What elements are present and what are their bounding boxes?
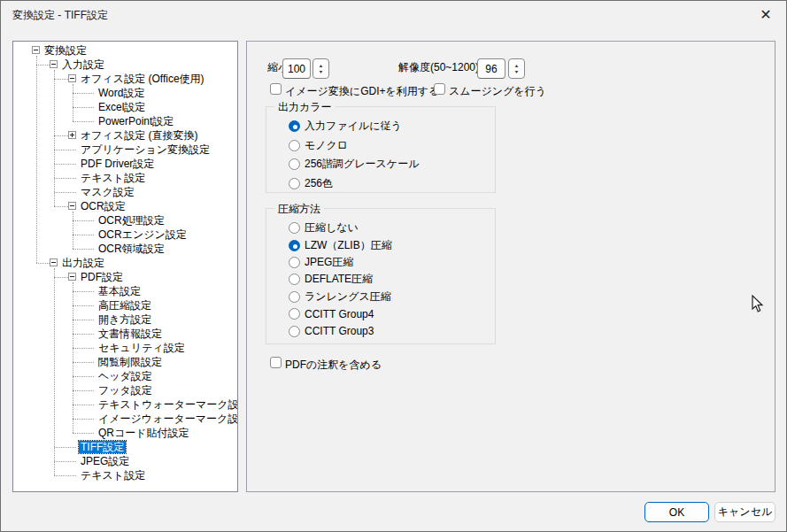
tree-connector <box>73 419 94 420</box>
close-button[interactable]: ✕ <box>745 1 786 28</box>
tree-connector <box>36 65 50 66</box>
collapse-icon[interactable] <box>68 202 76 210</box>
titlebar[interactable]: 変換設定 - TIFF設定 ✕ <box>1 1 786 28</box>
tree-item-label[interactable]: フッタ設定 <box>96 384 154 397</box>
radio-option[interactable]: ランレングス圧縮 <box>266 289 495 305</box>
tree-item-label[interactable]: PowerPoint設定 <box>96 115 175 127</box>
pdf-annotations-checkbox-label[interactable]: PDFの注釈を含める <box>285 358 382 373</box>
spin-up-icon[interactable]: ▲ <box>319 63 324 68</box>
collapse-icon[interactable] <box>68 74 76 82</box>
resolution-label: 解像度(50~1200) <box>398 60 479 75</box>
tree-item-label[interactable]: OCR領域設定 <box>96 243 166 255</box>
tree-item-label[interactable]: OCRエンジン設定 <box>96 228 189 241</box>
tree-item-label[interactable]: 変換設定 <box>42 44 89 57</box>
tree-item-label[interactable]: 閲覧制限設定 <box>96 356 164 368</box>
radio-selected-icon[interactable] <box>289 120 300 132</box>
radio-icon[interactable] <box>289 308 300 320</box>
tree-item-label[interactable]: オフィス設定 (直接変換) <box>79 129 199 142</box>
tree-item-label[interactable]: JPEG設定 <box>79 455 131 467</box>
scale-input[interactable]: 100 <box>282 58 311 79</box>
tree-item-label[interactable]: 文書情報設定 <box>96 328 164 340</box>
tree-connector <box>54 79 68 80</box>
tree-connector <box>73 212 73 249</box>
tree-connector <box>54 475 76 476</box>
tree-connector <box>73 121 94 122</box>
tree-item-label[interactable]: 出力設定 <box>60 257 106 269</box>
radio-option[interactable]: LZW（ZLIB）圧縮 <box>266 236 495 253</box>
collapse-icon[interactable] <box>50 258 58 266</box>
ok-button[interactable]: OK <box>644 502 709 522</box>
tree-connector <box>73 235 94 235</box>
tree-item-label[interactable]: ヘッダ設定 <box>96 370 154 382</box>
radio-label: CCITT Group4 <box>305 308 374 320</box>
radio-option[interactable]: JPEG圧縮 <box>266 254 495 271</box>
tree-connector <box>73 305 94 306</box>
radio-option[interactable]: DEFLATE圧縮 <box>266 271 495 288</box>
radio-label: ランレングス圧縮 <box>305 289 391 305</box>
collapse-icon[interactable] <box>50 60 58 68</box>
radio-option[interactable]: 256色 <box>266 174 495 194</box>
tree-item-label[interactable]: 基本設定 <box>96 285 143 297</box>
expand-icon[interactable] <box>68 131 76 139</box>
tree-item-label[interactable]: オフィス設定 (Office使用) <box>79 73 206 85</box>
gdi-checkbox[interactable] <box>270 83 282 95</box>
radio-icon[interactable] <box>289 274 300 285</box>
pdf-annotations-checkbox[interactable] <box>270 357 282 368</box>
radio-icon[interactable] <box>289 140 300 151</box>
radio-option[interactable]: 圧縮しない <box>266 220 495 236</box>
collapse-icon[interactable] <box>32 46 40 54</box>
collapse-icon[interactable] <box>68 273 76 281</box>
radio-icon[interactable] <box>289 326 300 337</box>
tree-item-label[interactable]: Word設定 <box>96 87 146 99</box>
radio-icon[interactable] <box>289 291 300 303</box>
tree-item-label[interactable]: テキスト設定 <box>79 172 147 184</box>
tree-item-label[interactable]: イメージウォーターマーク設定 <box>96 412 238 425</box>
tree-item-label[interactable]: Excel設定 <box>96 101 147 113</box>
tree-item-label[interactable]: 高圧縮設定 <box>96 299 153 312</box>
tree-item-label[interactable]: OCR処理設定 <box>96 214 166 227</box>
spin-down-icon[interactable]: ▼ <box>514 69 520 74</box>
tree-item-label[interactable]: テキストウォーターマーク設定 <box>96 398 238 411</box>
radio-option[interactable]: CCITT Group4 <box>266 305 495 322</box>
cancel-button[interactable]: キャンセル <box>714 502 775 522</box>
radio-option[interactable]: CCITT Group3 <box>266 322 495 339</box>
tree-item-label[interactable]: マスク設定 <box>79 186 136 198</box>
tree-item-selected[interactable]: TIFF設定 <box>79 441 126 453</box>
tree-item-label[interactable]: PDF Driver設定 <box>79 158 156 170</box>
resolution-stepper[interactable]: ▲ ▼ <box>508 58 525 79</box>
smoothing-checkbox-label[interactable]: スムージングを行う <box>449 84 546 99</box>
gdi-checkbox-label[interactable]: イメージ変換にGDI+を利用する <box>285 84 439 99</box>
radio-option[interactable]: 入力ファイルに従う <box>266 117 495 136</box>
scale-stepper[interactable]: ▲ ▼ <box>312 58 329 79</box>
spin-up-icon[interactable]: ▲ <box>514 63 520 68</box>
radio-option[interactable]: モノクロ <box>266 136 495 156</box>
tree-connector <box>73 107 94 108</box>
tree-item-label[interactable]: 入力設定 <box>60 58 106 71</box>
close-icon: ✕ <box>760 8 771 22</box>
tree-item-label[interactable]: セキュリティ設定 <box>96 342 187 354</box>
tree-connector <box>54 192 76 193</box>
tree-item-label[interactable]: OCR設定 <box>79 200 127 212</box>
radio-icon[interactable] <box>289 222 300 234</box>
settings-tree[interactable]: 変換設定入力設定オフィス設定 (Office使用)Word設定Excel設定Po… <box>12 41 238 492</box>
tree-connector <box>54 206 68 207</box>
radio-option[interactable]: 256諧調グレースケール <box>266 155 495 174</box>
radio-icon[interactable] <box>289 257 300 268</box>
tree-item-label[interactable]: PDF設定 <box>79 271 125 283</box>
radio-label: 256諧調グレースケール <box>305 157 419 172</box>
radio-icon[interactable] <box>289 158 300 170</box>
tree-item-label[interactable]: テキスト設定 <box>79 469 147 482</box>
tree-item-label[interactable]: 開き方設定 <box>96 313 153 326</box>
tree-connector <box>73 390 94 391</box>
tree-item-label[interactable]: QRコード貼付設定 <box>96 427 191 439</box>
resolution-input[interactable]: 96 <box>477 58 505 79</box>
radio-label: JPEG圧縮 <box>305 255 353 270</box>
tree-connector <box>73 348 94 349</box>
smoothing-checkbox[interactable] <box>434 83 445 95</box>
tree-item-label[interactable]: アプリケーション変換設定 <box>79 143 212 156</box>
tree-connector <box>73 320 94 320</box>
tree-connector <box>54 70 55 206</box>
radio-icon[interactable] <box>289 178 300 189</box>
spin-down-icon[interactable]: ▼ <box>319 69 324 74</box>
radio-selected-icon[interactable] <box>289 240 300 251</box>
